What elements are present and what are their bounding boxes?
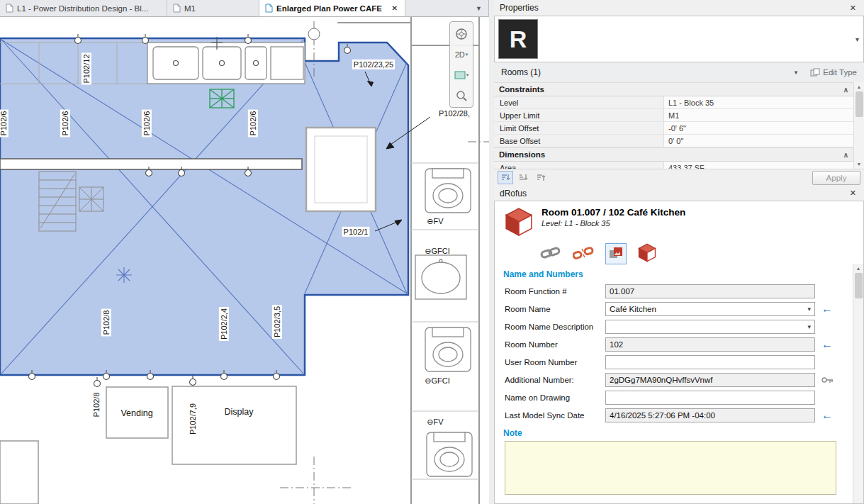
collapse-icon[interactable]: ∧ <box>843 86 848 94</box>
collapse-icon[interactable]: ∧ <box>843 151 848 159</box>
plan-annotation[interactable]: ⊖FV <box>427 217 444 225</box>
chevron-down-icon[interactable]: ▾ <box>466 72 469 78</box>
field-dropdown[interactable]: ▾ <box>605 320 815 334</box>
field-input[interactable] <box>605 408 815 422</box>
properties-section-header: Dimensions∧ <box>494 147 853 162</box>
selection-filter-combo[interactable]: Rooms (1) ▾ <box>497 65 802 80</box>
sort-ascending-button[interactable] <box>515 171 531 184</box>
equipment-symbol-green <box>210 89 234 108</box>
scroll-up-icon[interactable]: ▲ <box>856 264 861 273</box>
sort-default-button[interactable] <box>498 171 513 184</box>
zoom-icon[interactable] <box>451 86 472 105</box>
sort-descending-button[interactable] <box>533 171 549 184</box>
link-icon[interactable] <box>540 246 561 262</box>
tab-l1-power-distribution[interactable]: L1 - Power Distribution Design - Bl... <box>0 0 167 16</box>
plan-annotation[interactable]: Vending <box>120 408 152 418</box>
scrollbar-thumb[interactable] <box>855 91 863 117</box>
plan-annotation[interactable]: P102/6 <box>61 111 69 136</box>
toilet-fixture <box>425 327 471 371</box>
plan-annotation[interactable]: P102/7,9 <box>189 403 197 435</box>
plan-annotation[interactable]: ⊖FV <box>427 418 444 426</box>
image-sync-icon[interactable] <box>605 243 627 264</box>
dropdown-arrow-icon: ▾ <box>795 69 798 76</box>
sync-arrow-icon[interactable]: ← <box>821 303 833 315</box>
plan-annotation[interactable]: P102/2,4 <box>220 308 228 340</box>
plan-annotation[interactable]: P102/1 <box>344 228 369 236</box>
view-navigation-toolbar[interactable]: 2D▾ ▾ <box>449 21 473 108</box>
scrollbar-thumb[interactable] <box>855 273 863 298</box>
scrollbar[interactable]: ▲ ▼ <box>853 82 864 169</box>
field-input[interactable] <box>605 284 815 298</box>
property-row: Area433.37 SF <box>494 162 853 169</box>
tab-label: Enlarged Plan Power CAFE <box>276 4 387 13</box>
field-dropdown[interactable]: Café Kitchen▾ <box>605 302 815 316</box>
sync-arrow-icon[interactable]: ← <box>821 339 833 350</box>
note-textarea[interactable] <box>505 441 836 495</box>
properties-title: Properties <box>500 3 539 13</box>
plan-annotation[interactable]: P102/3,5 <box>273 306 281 337</box>
scroll-up-icon[interactable]: ▲ <box>857 82 862 91</box>
plan-annotation[interactable]: P102/23,25 <box>354 60 393 69</box>
plan-annotation[interactable]: P102/6 <box>142 111 151 136</box>
drofus-cube-icon[interactable] <box>638 243 656 264</box>
plan-annotation[interactable]: P102/6 <box>0 111 8 136</box>
plan-annotation[interactable]: P102/8 <box>92 393 101 418</box>
scrollbar[interactable]: ▲ <box>853 264 863 503</box>
section-title: Dimensions <box>499 150 545 159</box>
field-value: Café Kitchen <box>610 305 807 313</box>
type-selector[interactable]: R ▾ <box>494 16 864 62</box>
family-icon-letter: R <box>510 26 527 53</box>
plan-canvas[interactable]: P102/12P102/6P102/6P102/6P102/6P102/8P10… <box>0 17 489 504</box>
field-input[interactable] <box>605 355 815 369</box>
dropdown-arrow-icon[interactable]: ▾ <box>807 306 811 313</box>
view-sheet-icon <box>6 4 13 13</box>
property-label: Upper Limit <box>494 109 664 121</box>
edit-type-button[interactable]: Edit Type <box>806 65 861 80</box>
plan-annotation[interactable]: ⊖GFCI <box>425 376 450 385</box>
plan-annotation[interactable]: P102/28, <box>439 109 470 118</box>
view-tabbar: L1 - Power Distribution Design - Bl... M… <box>0 0 488 17</box>
tab-enlarged-plan-power-cafe[interactable]: Enlarged Plan Power CAFE ✕ <box>259 0 405 16</box>
close-icon[interactable]: ✕ <box>391 4 399 12</box>
room-level: Level: L1 - Block 35 <box>542 219 685 228</box>
view-sheet-icon <box>265 4 273 13</box>
steering-wheel-icon[interactable] <box>451 24 472 43</box>
dropdown-arrow-icon[interactable]: ▾ <box>855 35 859 43</box>
dropdown-arrow-icon[interactable]: ▾ <box>807 323 811 330</box>
plan-annotation[interactable]: Display <box>225 407 254 417</box>
apply-button[interactable]: Apply <box>812 171 860 185</box>
property-label: Base Offset <box>494 135 664 147</box>
plan-annotation[interactable]: P102/6 <box>249 111 257 136</box>
plan-annotation[interactable]: P102/12 <box>82 55 91 84</box>
close-icon[interactable]: ✕ <box>848 4 858 13</box>
close-icon[interactable]: ✕ <box>848 189 858 198</box>
field-input[interactable] <box>605 391 815 405</box>
sync-arrow-icon[interactable]: ← <box>821 410 833 421</box>
drofus-room-cube-icon <box>505 207 533 237</box>
property-value[interactable]: -0' 6" <box>664 122 853 134</box>
property-value[interactable]: M1 <box>664 109 853 121</box>
chevron-down-icon[interactable]: ▾ <box>466 52 469 57</box>
tab-overflow-icon[interactable]: ▼ <box>469 0 488 16</box>
drofus-toolbar <box>540 242 853 265</box>
property-row: Limit Offset-0' 6" <box>494 122 853 135</box>
show-hide-icon[interactable]: ▾ <box>451 65 472 84</box>
property-value[interactable]: L1 - Block 35 <box>664 96 853 108</box>
property-value[interactable]: 433.37 SF <box>664 162 853 169</box>
selection-row: Rooms (1) ▾ Edit Type <box>494 62 864 82</box>
field-input[interactable] <box>605 373 815 387</box>
broken-link-icon[interactable] <box>573 246 594 262</box>
tab-label: L1 - Power Distribution Design - Bl... <box>17 4 161 13</box>
property-row: Base Offset0' 0" <box>494 135 853 147</box>
field-row: Room Number← <box>495 335 853 353</box>
field-row: Last Model Sync Date← <box>495 406 853 424</box>
tab-m1[interactable]: M1 <box>167 0 259 16</box>
property-label: Level <box>494 96 664 108</box>
field-input[interactable] <box>605 337 815 352</box>
plan-annotation[interactable]: P102/8 <box>102 310 111 335</box>
scroll-down-icon[interactable]: ▼ <box>857 159 862 169</box>
2d-wheel-icon[interactable]: 2D▾ <box>451 45 472 64</box>
key-icon[interactable] <box>821 376 834 383</box>
property-value[interactable]: 0' 0" <box>664 135 853 147</box>
plan-annotation[interactable]: ⊖GFCI <box>425 247 450 255</box>
